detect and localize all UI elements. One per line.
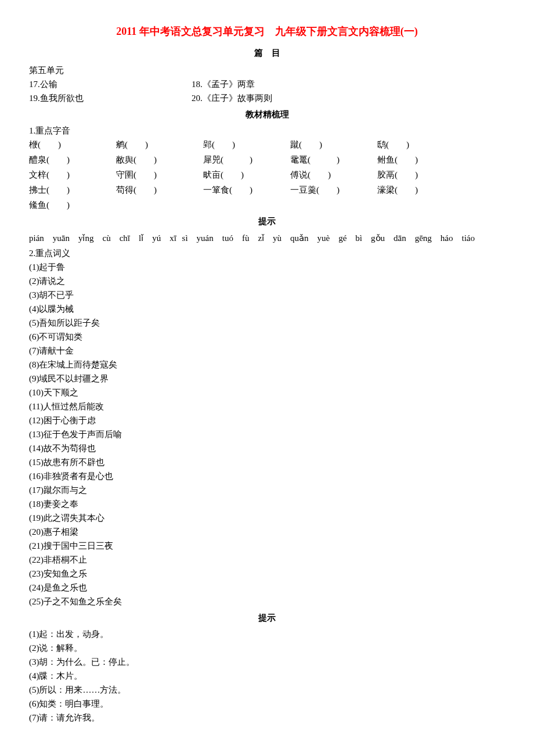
- toc-item: 18.《孟子》两章: [192, 77, 354, 91]
- list-item: (23)安知鱼之乐: [29, 567, 505, 581]
- list-item: (10)天下顺之: [29, 386, 505, 399]
- phon-cell: 守圉( ): [116, 168, 203, 182]
- list-item: (25)子之不知鱼之乐全矣: [29, 595, 505, 609]
- phon-cell: 鲋鱼( ): [377, 153, 464, 167]
- phon-cell: 胶鬲( ): [377, 168, 464, 182]
- phon-cell: 文梓( ): [29, 168, 116, 182]
- list-item: (5)吾知所以距子矣: [29, 316, 505, 330]
- phon-cell: 鹓( ): [116, 138, 203, 152]
- list-item: (4)牒：木片。: [29, 669, 505, 683]
- section-2-label: 2.重点词义: [29, 246, 505, 260]
- phon-cell: [377, 198, 464, 212]
- list-item: (14)故不为苟得也: [29, 441, 505, 455]
- list-item: (15)故患有所不辟也: [29, 455, 505, 469]
- phon-cell: 鼋鼍( ): [290, 153, 377, 167]
- list-item: (3)胡：为什么。已：停止。: [29, 655, 505, 669]
- phon-cell: 郢( ): [203, 138, 290, 152]
- phonetics-table: 楩( ) 鹓( ) 郢( ) 蹴( ) 鸱( ) 醴泉( ) 敝舆( ) 犀兕(…: [29, 138, 505, 212]
- answers-list: (1)起：出发，动身。 (2)说：解释。 (3)胡：为什么。已：停止。 (4)牒…: [29, 627, 505, 725]
- toc-row: 19.鱼我所欲也 20.《庄子》故事两则: [29, 91, 505, 105]
- list-item: (11)人恒过然后能改: [29, 399, 505, 413]
- phon-cell: 一箪食( ): [203, 183, 290, 197]
- list-item: (2)请说之: [29, 274, 505, 288]
- list-item: (6)知类：明白事理。: [29, 697, 505, 711]
- vocab-list: (1)起于鲁 (2)请说之 (3)胡不已乎 (4)以牒为械 (5)吾知所以距子矣…: [29, 260, 505, 609]
- phon-cell: [116, 198, 203, 212]
- phon-cell: 楩( ): [29, 138, 116, 152]
- list-item: (12)困于心衡于虑: [29, 413, 505, 427]
- phon-cell: 鯈鱼( ): [29, 198, 116, 212]
- toc-item: 20.《庄子》故事两则: [192, 91, 354, 105]
- list-item: (17)蹴尔而与之: [29, 483, 505, 497]
- list-item: (7)请献十金: [29, 344, 505, 358]
- section-1-label: 1.重点字音: [29, 124, 505, 138]
- page-title: 2011 年中考语文总复习单元复习 九年级下册文言文内容梳理(一): [29, 23, 505, 40]
- phon-cell: 蹴( ): [290, 138, 377, 152]
- phon-cell: [203, 198, 290, 212]
- list-item: (9)域民不以封疆之界: [29, 372, 505, 386]
- list-item: (6)不可谓知类: [29, 330, 505, 344]
- list-item: (2)说：解释。: [29, 641, 505, 655]
- phon-cell: 醴泉( ): [29, 153, 116, 167]
- list-item: (24)是鱼之乐也: [29, 581, 505, 595]
- phon-cell: 濠梁( ): [377, 183, 464, 197]
- list-item: (19)此之谓失其本心: [29, 511, 505, 525]
- section-refine-heading: 教材精梳理: [29, 107, 505, 121]
- phon-cell: 鸱( ): [377, 138, 464, 152]
- list-item: (5)所以：用来……方法。: [29, 683, 505, 697]
- unit-header: 第五单元: [29, 63, 505, 77]
- list-item: (16)非独贤者有是心也: [29, 469, 505, 483]
- list-item: (3)胡不已乎: [29, 288, 505, 302]
- toc-row: 17.公输 18.《孟子》两章: [29, 77, 505, 91]
- list-item: (21)搜于国中三日三夜: [29, 539, 505, 553]
- phon-cell: 苟得( ): [116, 183, 203, 197]
- catalog-heading: 篇 目: [29, 46, 505, 60]
- list-item: (7)请：请允许我。: [29, 711, 505, 725]
- list-item: (20)惠子相梁: [29, 525, 505, 539]
- phon-cell: 傅说( ): [290, 168, 377, 182]
- list-item: (8)在宋城上而待楚寇矣: [29, 358, 505, 372]
- list-item: (1)起：出发，动身。: [29, 627, 505, 641]
- list-item: (22)非梧桐不止: [29, 553, 505, 567]
- phon-cell: [290, 198, 377, 212]
- list-item: (1)起于鲁: [29, 260, 505, 274]
- phon-cell: 敝舆( ): [116, 153, 203, 167]
- list-item: (13)征于色发于声而后喻: [29, 427, 505, 441]
- phon-cell: 一豆羹( ): [290, 183, 377, 197]
- hint-heading-2: 提示: [29, 611, 505, 625]
- hint-heading-1: 提示: [29, 214, 505, 228]
- phon-cell: 犀兕( ): [203, 153, 290, 167]
- list-item: (4)以牒为械: [29, 302, 505, 316]
- pinyin-answers: pián yuān yǐng cù chī lǐ yú xī sì yuán t…: [29, 231, 505, 246]
- phon-cell: 畎亩( ): [203, 168, 290, 182]
- toc-item: 17.公输: [29, 77, 192, 91]
- toc-item: 19.鱼我所欲也: [29, 91, 192, 105]
- phon-cell: 拂士( ): [29, 183, 116, 197]
- list-item: (18)妻妾之奉: [29, 497, 505, 511]
